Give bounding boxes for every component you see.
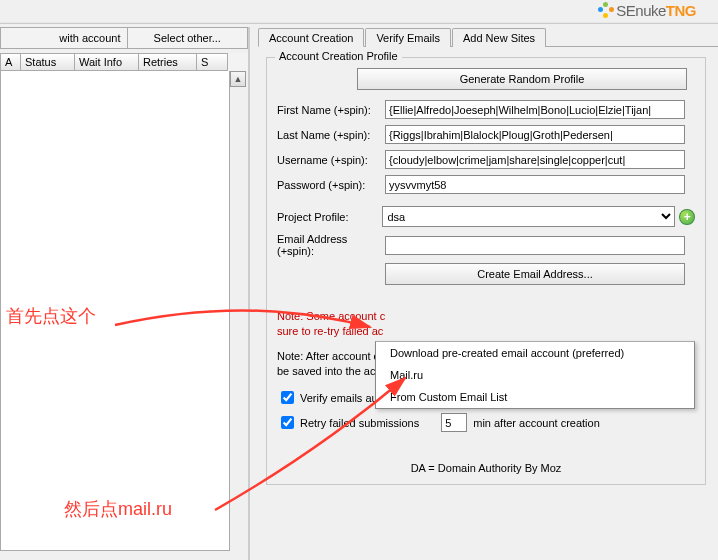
- last-name-input[interactable]: [385, 125, 685, 144]
- col-s[interactable]: S: [196, 53, 228, 71]
- with-account-button[interactable]: with account: [0, 27, 127, 49]
- email-address-input[interactable]: [385, 236, 685, 255]
- first-name-input[interactable]: [385, 100, 685, 119]
- account-creation-group: Account Creation Profile Generate Random…: [266, 57, 706, 485]
- tabs: Account Creation Verify Emails Add New S…: [258, 27, 718, 47]
- left-panel: with account Select other... A Status Wa…: [0, 27, 248, 560]
- generate-random-profile-button[interactable]: Generate Random Profile: [357, 68, 687, 90]
- select-other-button[interactable]: Select other...: [127, 27, 249, 49]
- note-retry-warning: Note: Some account c sure to re-try fail…: [277, 309, 695, 339]
- password-input[interactable]: [385, 175, 685, 194]
- list-header: A Status Wait Info Retries S: [0, 53, 248, 71]
- col-wait[interactable]: Wait Info: [74, 53, 138, 71]
- tab-add-new-sites[interactable]: Add New Sites: [452, 28, 546, 47]
- scroll-up-button[interactable]: ▲: [230, 71, 246, 87]
- col-a[interactable]: A: [0, 53, 20, 71]
- project-profile-label: Project Profile:: [277, 211, 382, 223]
- menu-download-precreated[interactable]: Download pre-created email account (pref…: [376, 342, 694, 364]
- brand-icon: [598, 2, 614, 18]
- annotation-2: 然后点mail.ru: [64, 497, 172, 521]
- create-email-menu: Download pre-created email account (pref…: [375, 341, 695, 409]
- tab-account-creation[interactable]: Account Creation: [258, 28, 364, 47]
- col-status[interactable]: Status: [20, 53, 74, 71]
- retry-minutes-input[interactable]: [441, 413, 467, 432]
- verify-emails-checkbox[interactable]: [281, 391, 294, 404]
- email-address-label: Email Address(+spin):: [277, 233, 385, 257]
- domain-authority-note: DA = Domain Authority By Moz: [277, 462, 695, 474]
- retry-failed-checkbox[interactable]: [281, 416, 294, 429]
- username-input[interactable]: [385, 150, 685, 169]
- retry-failed-label: Retry failed submissions: [300, 417, 419, 429]
- add-profile-icon[interactable]: +: [679, 209, 695, 225]
- username-label: Username (+spin):: [277, 154, 385, 166]
- brand-logo: SEnukeTNG: [598, 2, 696, 19]
- tab-verify-emails[interactable]: Verify Emails: [365, 28, 451, 47]
- col-retries[interactable]: Retries: [138, 53, 196, 71]
- last-name-label: Last Name (+spin):: [277, 129, 385, 141]
- project-profile-select[interactable]: dsa: [382, 206, 675, 227]
- annotation-1: 首先点这个: [6, 304, 96, 328]
- password-label: Password (+spin):: [277, 179, 385, 191]
- retry-failed-row: Retry failed submissions min after accou…: [277, 413, 695, 432]
- group-title: Account Creation Profile: [275, 50, 402, 62]
- right-panel: Account Creation Verify Emails Add New S…: [258, 27, 718, 560]
- menu-custom-email-list[interactable]: From Custom Email List: [376, 386, 694, 408]
- first-name-label: First Name (+spin):: [277, 104, 385, 116]
- menu-mailru[interactable]: Mail.ru: [376, 364, 694, 386]
- create-email-address-button[interactable]: Create Email Address...: [385, 263, 685, 285]
